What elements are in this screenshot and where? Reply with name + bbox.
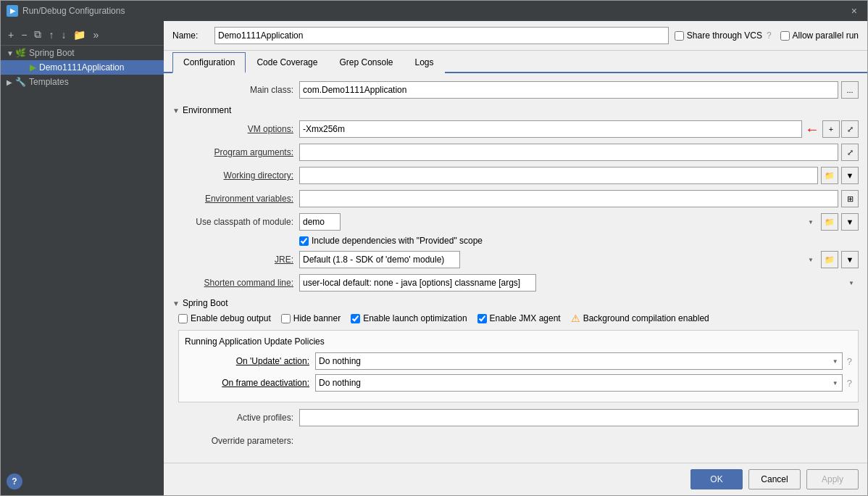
hide-banner-checkbox[interactable] <box>281 314 291 323</box>
classpath-row: Use classpath of module: demo 📁 ▼ <box>172 212 859 231</box>
on-frame-deactivation-select[interactable]: Do nothing Update resources Update class… <box>315 374 843 392</box>
program-arguments-label: Program arguments: <box>172 147 299 157</box>
env-variables-label: Environment variables: <box>172 194 299 204</box>
working-directory-dropdown-button[interactable]: ▼ <box>841 167 859 184</box>
enable-launch-optimization-label: Enable launch optimization <box>363 313 467 323</box>
working-directory-browse-button[interactable]: 📁 <box>821 167 838 184</box>
share-vcs-checkbox[interactable] <box>675 31 684 41</box>
background-compilation-item: ⚠ Background compilation enabled <box>571 313 709 324</box>
program-arguments-group: ⤢ <box>299 144 859 161</box>
spring-boot-section-arrow: ▼ <box>172 299 180 307</box>
main-class-row: Main class: ... <box>172 80 859 99</box>
on-update-action-select[interactable]: Do nothing Update resources Update class… <box>315 352 843 370</box>
add-config-button[interactable]: + <box>5 28 17 42</box>
vm-options-row: VM options: ← + ⤢ <box>172 120 859 139</box>
on-frame-deactivation-row: On frame deactivation: Do nothing Update… <box>185 374 852 392</box>
env-variables-browse-button[interactable]: ⊞ <box>841 190 859 207</box>
tree-arrow-templates: ▶ <box>7 78 15 86</box>
classpath-browse-button[interactable]: 📁 <box>821 213 838 231</box>
environment-section-header: ▼ Environment <box>172 105 859 115</box>
sidebar: + − ⧉ ↑ ↓ 📁 » ▼ 🌿 Spring Boot ▶ Demo1111… <box>1 21 164 495</box>
name-label: Name: <box>172 30 209 41</box>
spring-boot-section-header: ▼ Spring Boot <box>172 298 859 308</box>
enable-jmx-agent-checkbox[interactable] <box>477 314 487 323</box>
enable-launch-optimization-checkbox[interactable] <box>351 314 360 323</box>
vm-options-expand-button[interactable]: + <box>822 120 840 138</box>
close-button[interactable]: × <box>847 4 861 18</box>
background-compilation-warning-icon: ⚠ <box>571 313 580 324</box>
jre-label: JRE: <box>172 255 299 265</box>
dialog-icon: ▶ <box>7 5 18 17</box>
cancel-button[interactable]: Cancel <box>748 469 801 489</box>
share-vcs-item: Share through VCS ? <box>675 30 772 41</box>
move-down-button[interactable]: ↓ <box>58 28 69 42</box>
shorten-command-select-wrapper: user-local default: none - java [options… <box>299 274 859 292</box>
main-content: + − ⧉ ↑ ↓ 📁 » ▼ 🌿 Spring Boot ▶ Demo1111… <box>1 21 867 495</box>
name-input[interactable] <box>214 27 669 44</box>
on-frame-help-icon[interactable]: ? <box>847 378 852 389</box>
dialog-title: Run/Debug Configurations <box>22 6 847 16</box>
templates-label: Templates <box>29 77 69 87</box>
program-arguments-expand-button[interactable]: ⤢ <box>841 144 859 161</box>
environment-arrow: ▼ <box>172 107 180 115</box>
hide-banner-item: Hide banner <box>281 313 341 323</box>
include-dependencies-checkbox[interactable] <box>299 236 309 246</box>
remove-config-button[interactable]: − <box>18 28 30 42</box>
spring-boot-icon: 🌿 <box>15 48 26 58</box>
vm-options-fullscreen-button[interactable]: ⤢ <box>841 120 859 138</box>
shorten-command-label: Shorten command line: <box>172 278 299 288</box>
sidebar-item-templates[interactable]: ▶ 🔧 Templates <box>1 75 164 89</box>
on-update-action-label: On 'Update' action: <box>185 356 315 366</box>
allow-parallel-checkbox[interactable] <box>780 31 790 41</box>
classpath-dropdown-button[interactable]: ▼ <box>841 213 859 231</box>
on-update-help-icon[interactable]: ? <box>847 356 852 367</box>
classpath-select[interactable]: demo <box>299 213 341 231</box>
env-variables-input[interactable] <box>299 190 838 207</box>
working-directory-label: Working directory: <box>172 170 299 181</box>
sidebar-item-demo-app[interactable]: ▶ Demo1111Application <box>1 60 164 75</box>
spring-boot-section-label: Spring Boot <box>183 298 228 308</box>
jre-select-wrapper: Default (1.8 - SDK of 'demo' module) <box>299 251 818 268</box>
copy-config-button[interactable]: ⧉ <box>31 27 44 42</box>
main-class-input[interactable] <box>299 81 838 99</box>
include-dependencies-label: Include dependencies with "Provided" sco… <box>312 236 483 246</box>
enable-debug-output-item: Enable debug output <box>178 313 271 323</box>
tab-logs[interactable]: Logs <box>404 52 445 73</box>
name-row: Name: Share through VCS ? Allow parallel… <box>164 21 867 51</box>
program-arguments-input[interactable] <box>299 144 838 161</box>
sidebar-item-spring-boot-group[interactable]: ▼ 🌿 Spring Boot <box>1 46 164 60</box>
apply-button[interactable]: Apply <box>806 469 859 489</box>
tab-configuration[interactable]: Configuration <box>172 52 246 73</box>
sidebar-toolbar: + − ⧉ ↑ ↓ 📁 » <box>1 24 164 46</box>
active-profiles-row: Active profiles: <box>172 408 859 427</box>
enable-jmx-agent-label: Enable JMX agent <box>490 313 561 323</box>
active-profiles-input[interactable] <box>299 409 859 426</box>
move-up-button[interactable]: ↑ <box>46 28 57 42</box>
tree-arrow-spring-boot: ▼ <box>7 49 15 57</box>
program-arguments-row: Program arguments: ⤢ <box>172 143 859 162</box>
name-options: Share through VCS ? Allow parallel run <box>675 30 859 41</box>
allow-parallel-label: Allow parallel run <box>793 30 859 41</box>
env-variables-group: ⊞ <box>299 190 859 207</box>
tab-code-coverage[interactable]: Code Coverage <box>246 52 328 73</box>
form-content: Main class: ... ▼ Environment VM options… <box>164 73 867 463</box>
working-directory-input[interactable] <box>299 167 818 184</box>
update-policies-section: Running Application Update Policies On '… <box>178 330 859 402</box>
vm-options-input-wrapper: ← + ⤢ <box>299 120 859 138</box>
classpath-select-wrapper: demo <box>299 213 818 231</box>
enable-debug-output-checkbox[interactable] <box>178 314 188 323</box>
help-button[interactable]: ? <box>7 474 22 489</box>
jre-select[interactable]: Default (1.8 - SDK of 'demo' module) <box>299 251 460 268</box>
main-class-browse-button[interactable]: ... <box>841 81 859 99</box>
jre-browse-button[interactable]: 📁 <box>821 251 838 268</box>
shorten-command-select[interactable]: user-local default: none - java [options… <box>299 274 536 292</box>
jre-dropdown-button[interactable]: ▼ <box>841 251 859 268</box>
ok-button[interactable]: OK <box>690 469 743 489</box>
on-frame-deactivation-label: On frame deactivation: <box>185 378 315 388</box>
update-policies-title: Running Application Update Policies <box>185 336 852 347</box>
more-button[interactable]: » <box>90 28 101 42</box>
folder-button[interactable]: 📁 <box>70 28 88 42</box>
vm-options-input[interactable] <box>299 120 802 138</box>
override-parameters-label: Override parameters: <box>172 436 299 446</box>
tab-grep-console[interactable]: Grep Console <box>328 52 404 73</box>
